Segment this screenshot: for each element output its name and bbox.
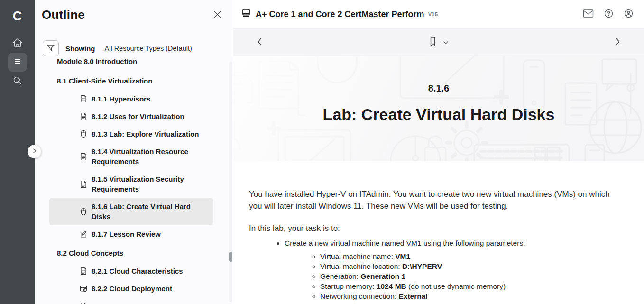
outline-list: Module 8.0 Introduction 8.1 Client-Side …: [35, 58, 233, 304]
outline-item-label: 8.2.1 Cloud Characteristics: [92, 266, 183, 276]
parameter-label: Virtual hard disk name:: [320, 302, 397, 304]
outline-item[interactable]: 8.1.2 Uses for Virtualization: [49, 108, 213, 125]
task-heading: In this lab, your task is to:: [249, 223, 621, 234]
outline-section-label: Module 8.0 Introduction: [49, 58, 213, 71]
parameter-item: Startup memory: 1024 MB (do not use dyna…: [320, 281, 621, 291]
course-title: A+ Core 1 and Core 2 CertMaster Perform: [256, 9, 424, 19]
outline-scrollbar-thumb[interactable]: [229, 252, 232, 262]
pencil-icon: [80, 230, 87, 238]
lesson-content: You have installed Hyper-V on ITAdmin. Y…: [233, 161, 644, 304]
mouse-icon: [80, 208, 87, 216]
outline-panel-title: Outline: [42, 8, 85, 22]
search-button[interactable]: [8, 72, 27, 91]
outline-section-label: 8.1 Client-Side Virtualization: [49, 71, 213, 90]
parameter-suffix: (do not use dynamic memory): [406, 282, 506, 290]
outline-item-label: 8.1.3 Lab: Explore Virtualization: [92, 129, 199, 139]
video-icon: [80, 285, 87, 293]
filter-button[interactable]: [43, 40, 59, 56]
parameter-value: External: [398, 292, 427, 300]
lesson-title: Lab: Create Virtual Hard Disks: [233, 105, 644, 124]
parameter-item: Networking connection: External: [320, 291, 621, 301]
parameter-list: Virtual machine name: VM1 Virtual machin…: [285, 251, 621, 304]
previous-lesson-button[interactable]: [256, 37, 263, 47]
outline-scroll-area: Module 8.0 Introduction 8.1 Client-Side …: [35, 58, 233, 304]
outline-item[interactable]: 8.1.5 Virtualization Security Requiremen…: [49, 170, 213, 198]
document-icon: [80, 180, 87, 188]
collapse-outline-button[interactable]: [28, 145, 41, 158]
parameter-item: Virtual machine location: D:\HYPERV: [320, 261, 621, 271]
outline-item-icon: [80, 130, 87, 138]
parameter-item: Virtual hard disk name: VM1.vhdx: [320, 301, 621, 304]
outline-item[interactable]: 8.2.2 Cloud Deployment: [49, 280, 213, 297]
outline-menu-button[interactable]: [8, 53, 27, 72]
filter-funnel-icon: [46, 43, 55, 54]
messages-button[interactable]: [583, 9, 594, 19]
account-icon: [624, 9, 634, 20]
outline-menu-icon: [12, 56, 23, 69]
mail-icon: [583, 9, 594, 19]
parameter-value: VM1: [395, 252, 410, 260]
outline-item-icon: [80, 230, 87, 238]
outline-item[interactable]: 8.1.6 Lab: Create Virtual Hard Disks: [49, 198, 213, 225]
outline-item-icon: [80, 208, 87, 216]
close-outline-button[interactable]: [212, 9, 222, 21]
lesson-intro-paragraph: You have installed Hyper-V on ITAdmin. Y…: [249, 189, 621, 212]
parameter-value: VM1.vhdx: [397, 302, 432, 304]
outline-scrollbar-track: [229, 62, 232, 302]
parameter-value: 1024 MB: [377, 282, 406, 290]
parameter-label: Startup memory:: [320, 282, 377, 290]
parameter-label: Virtual machine location:: [320, 262, 402, 270]
task-item: Create a new virtual machine named VM1 u…: [285, 238, 621, 304]
help-icon: [604, 9, 614, 20]
outline-item[interactable]: 8.2.3 Common Cloud Deployment: [49, 297, 213, 304]
app-window: C: [0, 0, 644, 304]
task-list: Create a new virtual machine named VM1 u…: [249, 238, 621, 304]
course-icon: [241, 8, 251, 20]
outline-item-icon: [80, 302, 87, 304]
header-actions: [583, 9, 634, 20]
outline-item-icon: [80, 267, 87, 275]
outline-section-label: 8.2 Cloud Concepts: [49, 243, 213, 262]
filter-showing-label: Showing: [65, 45, 95, 53]
task-item-text: Create a new virtual machine named VM1 u…: [285, 239, 525, 247]
filter-value: All Resource Types (Default): [105, 45, 192, 52]
home-icon: [12, 37, 23, 50]
brand-logo: C: [13, 5, 22, 28]
outline-item-label: 8.2.2 Cloud Deployment: [92, 284, 172, 294]
outline-item-icon: [80, 180, 87, 188]
outline-item[interactable]: 8.1.7 Lesson Review: [49, 225, 213, 243]
chevron-right-icon: [614, 37, 621, 47]
chevron-right-icon: [32, 148, 37, 155]
account-button[interactable]: [624, 9, 634, 20]
outline-item[interactable]: 8.1.1 Hypervisors: [49, 90, 213, 108]
document-icon: [80, 153, 87, 161]
home-button[interactable]: [8, 34, 27, 53]
main-content: A+ Core 1 and Core 2 CertMaster Perform …: [233, 0, 644, 304]
outline-item[interactable]: 8.1.4 Virtualization Resource Requiremen…: [49, 143, 213, 170]
outline-item[interactable]: 8.2.1 Cloud Characteristics: [49, 262, 213, 280]
parameter-item: Generation: Generation 1: [320, 271, 621, 281]
bookmark-icon: [429, 37, 437, 48]
outline-header: Outline: [42, 8, 222, 22]
outline-item-label: 8.2.3 Common Cloud Deployment: [92, 301, 205, 304]
outline-item-label: 8.1.2 Uses for Virtualization: [92, 111, 184, 121]
lesson-number: 8.1.6: [233, 83, 644, 94]
next-lesson-button[interactable]: [614, 37, 621, 47]
document-icon: [80, 302, 87, 304]
outline-item-icon: [80, 153, 87, 161]
outline-item-label: 8.1.6 Lab: Create Virtual Hard Disks: [92, 202, 209, 221]
lesson-nav-bar: [233, 28, 644, 56]
help-button[interactable]: [604, 9, 614, 20]
outline-item-label: 8.1.4 Virtualization Resource Requiremen…: [92, 147, 209, 166]
search-icon: [12, 75, 23, 88]
outline-item-label: 8.1.1 Hypervisors: [92, 94, 150, 104]
bookmark-menu-button[interactable]: [443, 39, 449, 46]
bookmark-button[interactable]: [429, 37, 437, 48]
mouse-icon: [80, 130, 87, 138]
parameter-value: D:\HYPERV: [402, 262, 442, 270]
parameter-value: Generation 1: [360, 272, 405, 280]
outline-item[interactable]: 8.1.3 Lab: Explore Virtualization: [49, 125, 213, 143]
outline-item-icon: [80, 285, 87, 293]
chevron-left-icon: [256, 37, 263, 47]
outline-filter-row: Showing All Resource Types (Default): [43, 40, 192, 56]
